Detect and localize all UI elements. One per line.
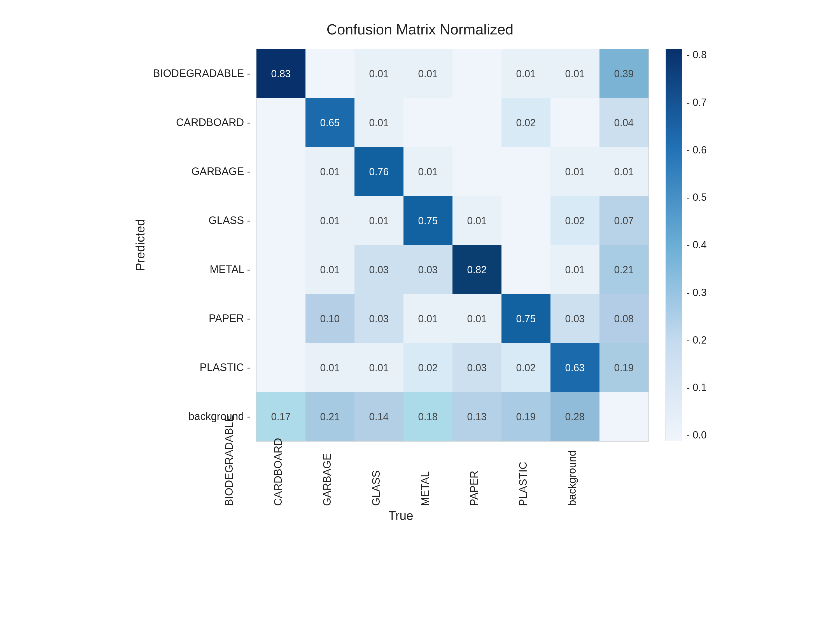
x-label: METAL	[401, 444, 450, 506]
matrix-cell: 0.01	[403, 147, 453, 196]
matrix-cell: 0.01	[551, 49, 600, 98]
colorbar-tick: - 0.8	[687, 49, 707, 61]
matrix-cell: 0.75	[403, 196, 453, 245]
matrix-cell: 0.39	[600, 49, 649, 98]
y-label: background -	[188, 392, 251, 441]
chart-container: Confusion Matrix Normalized Predicted BI…	[28, 21, 812, 609]
matrix-cell	[551, 98, 600, 147]
matrix-cell: 0.01	[403, 49, 453, 98]
colorbar-tick: - 0.6	[687, 144, 707, 156]
y-label: GLASS -	[208, 196, 251, 245]
matrix-cell: 0.75	[502, 294, 551, 343]
matrix-cell: 0.28	[551, 392, 600, 441]
matrix-cell: 0.01	[551, 147, 600, 196]
matrix-cell	[453, 147, 502, 196]
chart-area: Predicted BIODEGRADABLE -CARDBOARD -GARB…	[28, 49, 812, 523]
y-label: PLASTIC -	[200, 343, 251, 392]
matrix-cell	[453, 98, 502, 147]
colorbar-tick: - 0.3	[687, 287, 707, 298]
matrix-cell: 0.82	[453, 245, 502, 294]
matrix-cell: 0.83	[256, 49, 305, 98]
matrix-cell: 0.01	[453, 294, 502, 343]
matrix-grid: 0.830.010.010.010.010.390.650.010.020.04…	[256, 49, 649, 442]
matrix-cell	[502, 196, 551, 245]
y-label: GARBAGE -	[191, 147, 251, 196]
matrix-cell	[305, 49, 354, 98]
matrix-cell: 0.76	[354, 147, 403, 196]
matrix-cell: 0.03	[551, 294, 600, 343]
matrix-cell: 0.19	[502, 392, 551, 441]
matrix-cell: 0.01	[502, 49, 551, 98]
colorbar-gradient	[666, 49, 682, 441]
matrix-cell: 0.01	[354, 196, 403, 245]
matrix-cell	[600, 392, 649, 441]
matrix-cell: 0.01	[600, 147, 649, 196]
x-label: background	[548, 444, 597, 506]
x-labels: BIODEGRADABLECARDBOARDGARBAGEGLASSMETALP…	[205, 444, 597, 506]
matrix-cell: 0.02	[502, 343, 551, 392]
y-labels: BIODEGRADABLE -CARDBOARD -GARBAGE -GLASS…	[153, 49, 250, 441]
matrix-cell	[256, 98, 305, 147]
colorbar-tick: - 0.7	[687, 96, 707, 108]
matrix-cell	[256, 343, 305, 392]
matrix-cell: 0.18	[403, 392, 453, 441]
matrix-cell	[502, 147, 551, 196]
y-label: BIODEGRADABLE -	[153, 49, 250, 98]
matrix-cell: 0.01	[305, 196, 354, 245]
colorbar-tick: - 0.1	[687, 382, 707, 393]
matrix-cell: 0.01	[354, 98, 403, 147]
y-axis-label: Predicted	[133, 49, 147, 441]
matrix-cell: 0.02	[551, 196, 600, 245]
colorbar-tick: - 0.0	[687, 429, 707, 441]
colorbar-tick: - 0.5	[687, 191, 707, 203]
x-axis-label: True	[388, 509, 413, 523]
matrix-cell: 0.63	[551, 343, 600, 392]
y-label: METAL -	[210, 245, 251, 294]
chart-title: Confusion Matrix Normalized	[28, 21, 812, 38]
matrix-cell: 0.10	[305, 294, 354, 343]
matrix-cell: 0.14	[354, 392, 403, 441]
matrix-cell: 0.21	[600, 245, 649, 294]
matrix-cell: 0.19	[600, 343, 649, 392]
matrix-cell: 0.17	[256, 392, 305, 441]
matrix-cell: 0.01	[354, 343, 403, 392]
y-label: PAPER -	[208, 294, 250, 343]
matrix-cell	[502, 245, 551, 294]
x-label: PLASTIC	[499, 444, 548, 506]
matrix-cell: 0.03	[354, 245, 403, 294]
colorbar-tick: - 0.2	[687, 334, 707, 346]
matrix-cell: 0.01	[305, 147, 354, 196]
matrix-cell: 0.01	[453, 196, 502, 245]
colorbar-ticks: - 0.8- 0.7- 0.6- 0.5- 0.4- 0.3- 0.2- 0.1…	[682, 49, 707, 441]
matrix-cell: 0.65	[305, 98, 354, 147]
matrix-cell	[403, 98, 453, 147]
matrix-cell: 0.03	[354, 294, 403, 343]
matrix-cell	[453, 49, 502, 98]
matrix-cell: 0.08	[600, 294, 649, 343]
x-label: BIODEGRADABLE	[205, 444, 254, 506]
matrix-with-ylabels: BIODEGRADABLE -CARDBOARD -GARBAGE -GLASS…	[153, 49, 649, 442]
matrix-wrapper: BIODEGRADABLE -CARDBOARD -GARBAGE -GLASS…	[153, 49, 649, 523]
matrix-cell: 0.03	[403, 245, 453, 294]
matrix-cell: 0.01	[403, 294, 453, 343]
matrix-cell: 0.01	[551, 245, 600, 294]
matrix-cell	[256, 245, 305, 294]
colorbar-tick: - 0.4	[687, 239, 707, 251]
matrix-cell: 0.01	[305, 343, 354, 392]
matrix-cell: 0.04	[600, 98, 649, 147]
matrix-cell: 0.13	[453, 392, 502, 441]
matrix-cell	[256, 196, 305, 245]
matrix-cell: 0.21	[305, 392, 354, 441]
matrix-cell: 0.02	[403, 343, 453, 392]
colorbar: - 0.8- 0.7- 0.6- 0.5- 0.4- 0.3- 0.2- 0.1…	[666, 49, 707, 441]
matrix-cell: 0.07	[600, 196, 649, 245]
matrix-cell: 0.02	[502, 98, 551, 147]
matrix-cell: 0.01	[305, 245, 354, 294]
matrix-cell: 0.03	[453, 343, 502, 392]
matrix-cell: 0.01	[354, 49, 403, 98]
y-label: CARDBOARD -	[176, 98, 251, 147]
matrix-cell	[256, 294, 305, 343]
matrix-cell	[256, 147, 305, 196]
x-label: PAPER	[450, 444, 499, 506]
x-label: CARDBOARD	[254, 444, 303, 506]
